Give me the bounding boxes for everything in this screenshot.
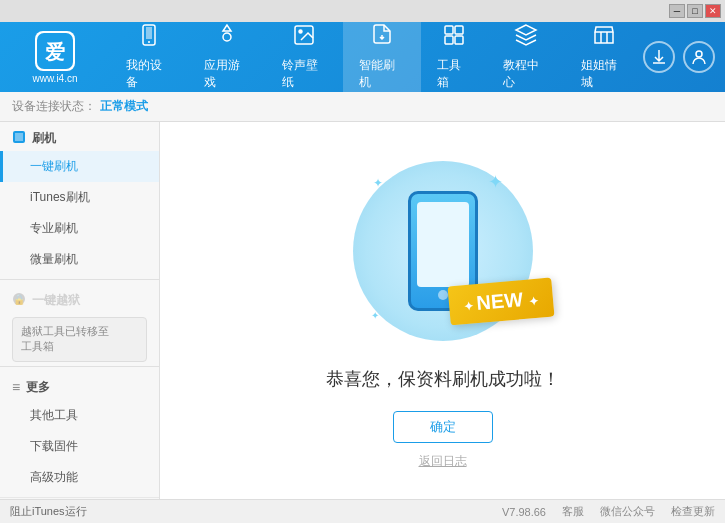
window-controls: ─ □ ✕ xyxy=(669,4,721,18)
store-icon xyxy=(592,23,616,53)
svg-text:🔒: 🔒 xyxy=(13,293,26,306)
nav-apps-label: 应用游戏 xyxy=(204,57,250,91)
sidebar-divider-3 xyxy=(0,497,159,498)
sparkle-1: ✦ xyxy=(373,176,383,190)
nav-smart-flash[interactable]: 智能刷机 xyxy=(343,22,421,92)
header-right xyxy=(643,41,725,73)
confirm-button[interactable]: 确定 xyxy=(393,411,493,443)
sparkle-3: ✦ xyxy=(371,310,379,321)
sidebar-item-download-firmware[interactable]: 下载固件 xyxy=(0,431,159,462)
pro-flash-label: 专业刷机 xyxy=(30,221,78,235)
confirm-button-label: 确定 xyxy=(430,418,456,436)
nav-smart-flash-label: 智能刷机 xyxy=(359,57,405,91)
svg-rect-11 xyxy=(455,36,463,44)
download-button[interactable] xyxy=(643,41,675,73)
svg-point-7 xyxy=(299,30,302,33)
nav-apps[interactable]: 应用游戏 xyxy=(188,22,266,92)
svg-point-12 xyxy=(696,51,702,57)
sidebar-group-more[interactable]: ≡ 更多 xyxy=(0,371,159,400)
more-group-label: 更多 xyxy=(26,379,50,396)
nav-tools-label: 工具箱 xyxy=(437,57,471,91)
jailbreak-notice-text: 越狱工具已转移至工具箱 xyxy=(21,325,109,352)
home-link[interactable]: 返回日志 xyxy=(419,453,467,470)
logo-icon: 爱 xyxy=(35,31,75,71)
sidebar-item-one-click-flash[interactable]: 一键刷机 xyxy=(0,151,159,182)
svg-rect-8 xyxy=(445,26,453,34)
minimize-button[interactable]: ─ xyxy=(669,4,685,18)
wallpaper-icon xyxy=(292,23,316,53)
flash-without-data-label: 微量刷机 xyxy=(30,252,78,266)
circle-background: ✦ ✦ ✦ NEW xyxy=(353,161,533,341)
phone-screen xyxy=(417,202,469,287)
sidebar-item-flash-without-data[interactable]: 微量刷机 xyxy=(0,244,159,275)
jailbreak-group-label: 一键越狱 xyxy=(32,292,80,309)
flash-group-icon xyxy=(12,130,26,147)
nav-store[interactable]: 姐姐情城 xyxy=(565,22,643,92)
svg-rect-9 xyxy=(455,26,463,34)
phone-home-button xyxy=(438,290,448,300)
sidebar: 刷机 一键刷机 iTunes刷机 专业刷机 微量刷机 🔒 一键越狱 越狱工具已转… xyxy=(0,122,160,499)
version-label: V7.98.66 xyxy=(502,506,546,518)
jailbreak-group-icon: 🔒 xyxy=(12,292,26,309)
my-device-icon xyxy=(137,23,161,53)
itunes-block-label: 阻止iTunes运行 xyxy=(10,505,87,517)
header: 爱 www.i4.cn 我的设备 应用游戏 铃声壁纸 xyxy=(0,22,725,92)
svg-text:爱: 爱 xyxy=(45,41,65,63)
user-button[interactable] xyxy=(683,41,715,73)
logo-area: 爱 www.i4.cn xyxy=(0,31,110,84)
main-layout: 刷机 一键刷机 iTunes刷机 专业刷机 微量刷机 🔒 一键越狱 越狱工具已转… xyxy=(0,122,725,499)
success-title: 恭喜您，保资料刷机成功啦！ xyxy=(326,367,560,391)
download-firmware-label: 下载固件 xyxy=(30,439,78,453)
logo-url: www.i4.cn xyxy=(32,73,77,84)
other-tools-label: 其他工具 xyxy=(30,408,78,422)
sidebar-item-other-tools[interactable]: 其他工具 xyxy=(0,400,159,431)
sidebar-divider-1 xyxy=(0,279,159,280)
flash-group-label: 刷机 xyxy=(32,130,56,147)
nav-store-label: 姐姐情城 xyxy=(581,57,627,91)
one-click-flash-label: 一键刷机 xyxy=(30,159,78,173)
bottom-bar-right: V7.98.66 客服 微信公众号 检查更新 xyxy=(502,504,715,519)
tools-icon xyxy=(442,23,466,53)
status-bar: 设备连接状态： 正常模式 xyxy=(0,92,725,122)
customer-service-link[interactable]: 客服 xyxy=(562,504,584,519)
tutorial-icon xyxy=(514,23,538,53)
jailbreak-notice: 越狱工具已转移至工具箱 xyxy=(12,317,147,362)
sidebar-item-pro-flash[interactable]: 专业刷机 xyxy=(0,213,159,244)
sidebar-group-jailbreak: 🔒 一键越狱 xyxy=(0,284,159,313)
more-group-icon: ≡ xyxy=(12,379,20,395)
status-label: 设备连接状态： xyxy=(12,98,96,115)
nav-wallpaper[interactable]: 铃声壁纸 xyxy=(266,22,344,92)
bottom-bar-left: 阻止iTunes运行 xyxy=(10,504,502,519)
nav-bar: 我的设备 应用游戏 铃声壁纸 智能刷机 工具箱 xyxy=(110,22,643,92)
new-badge: NEW xyxy=(447,278,554,326)
sidebar-item-advanced[interactable]: 高级功能 xyxy=(0,462,159,493)
check-update-link[interactable]: 检查更新 xyxy=(671,504,715,519)
new-badge-text: NEW xyxy=(475,288,523,314)
title-bar: ─ □ ✕ xyxy=(0,0,725,22)
svg-rect-14 xyxy=(15,133,23,141)
nav-tutorial[interactable]: 教程中心 xyxy=(487,22,565,92)
svg-rect-10 xyxy=(445,36,453,44)
sidebar-group-flash[interactable]: 刷机 xyxy=(0,122,159,151)
nav-my-device[interactable]: 我的设备 xyxy=(110,22,188,92)
nav-tutorial-label: 教程中心 xyxy=(503,57,549,91)
itunes-flash-label: iTunes刷机 xyxy=(30,190,90,204)
nav-wallpaper-label: 铃声壁纸 xyxy=(282,57,328,91)
success-illustration: ✦ ✦ ✦ NEW xyxy=(343,151,543,351)
close-button[interactable]: ✕ xyxy=(705,4,721,18)
content-area: ✦ ✦ ✦ NEW 恭喜您，保资料刷机成功啦！ 确定 返回日志 xyxy=(160,122,725,499)
nav-my-device-label: 我的设备 xyxy=(126,57,172,91)
restore-button[interactable]: □ xyxy=(687,4,703,18)
svg-rect-3 xyxy=(146,27,152,39)
nav-tools[interactable]: 工具箱 xyxy=(421,22,487,92)
sidebar-divider-2 xyxy=(0,366,159,367)
sidebar-item-itunes-flash[interactable]: iTunes刷机 xyxy=(0,182,159,213)
sparkle-2: ✦ xyxy=(488,171,503,193)
svg-point-5 xyxy=(223,33,231,41)
apps-icon xyxy=(215,23,239,53)
svg-point-4 xyxy=(148,41,150,43)
advanced-label: 高级功能 xyxy=(30,470,78,484)
smart-flash-icon xyxy=(370,23,394,53)
bottom-bar: 阻止iTunes运行 V7.98.66 客服 微信公众号 检查更新 xyxy=(0,499,725,523)
wechat-official-link[interactable]: 微信公众号 xyxy=(600,504,655,519)
